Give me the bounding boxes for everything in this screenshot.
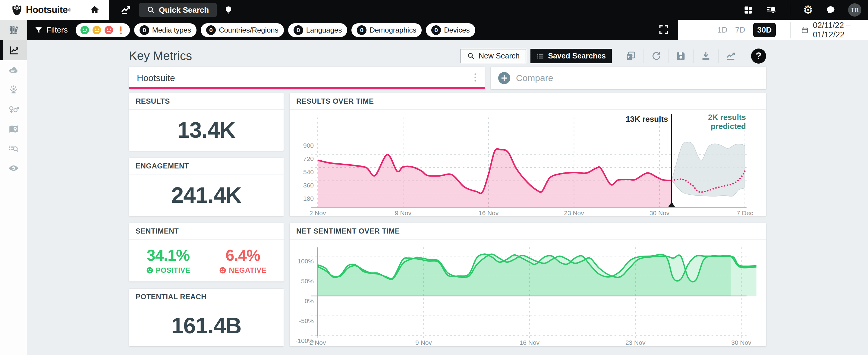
analytics-trend-icon[interactable]: [120, 4, 132, 16]
negative-face-icon: [219, 267, 226, 274]
net-sentiment-over-time-chart: 2 Nov9 Nov16 Nov23 Nov30 Nov100%50%0%-50…: [290, 239, 766, 346]
svg-text:0%: 0%: [305, 297, 314, 304]
eye-icon: [8, 164, 19, 173]
filter-pill-label: Languages: [306, 26, 342, 34]
refresh-icon[interactable]: [644, 50, 668, 63]
range-button-30d[interactable]: 30D: [753, 23, 776, 37]
quick-search-label: Quick Search: [159, 5, 209, 15]
notifications-bell-icon[interactable]: [766, 5, 777, 15]
saved-list-icon: [536, 52, 544, 60]
results-value: 13.4K: [177, 117, 235, 143]
date-range-picker[interactable]: 02/11/22 – 01/12/22: [801, 21, 860, 39]
saved-searches-button[interactable]: Saved Searches: [530, 49, 612, 63]
filter-funnel-icon: [34, 26, 43, 34]
filter-pill-demographics[interactable]: 0Demographics: [351, 23, 422, 37]
search-icon: [147, 6, 155, 14]
svg-text:9 Nov: 9 Nov: [395, 209, 411, 216]
new-search-button[interactable]: New Search: [461, 49, 526, 63]
save-icon[interactable]: [669, 50, 693, 63]
word-cloud-icon: [8, 65, 19, 76]
svg-text:9 Nov: 9 Nov: [415, 339, 432, 346]
page-title: Key Metrics: [129, 49, 192, 63]
kebab-menu-icon[interactable]: [474, 72, 477, 84]
search-tabs-row: Hootsuite Compare: [129, 67, 766, 89]
positive-sentiment-label: POSITIVE: [156, 266, 190, 275]
left-sidebar: [0, 20, 27, 355]
potential-reach-card-title: POTENTIAL REACH: [135, 293, 207, 301]
page-header: Key Metrics New Search Saved Searches: [129, 40, 766, 67]
filter-pill-media-types[interactable]: 0Media types: [134, 23, 196, 37]
range-button-1d[interactable]: 1D: [717, 25, 727, 35]
line-chart-icon: [8, 45, 19, 56]
fullscreen-icon[interactable]: [658, 24, 669, 36]
home-icon[interactable]: [90, 5, 100, 15]
range-section: 1D7D30D 02/11/22 – 01/12/22: [678, 20, 868, 40]
chat-bubble-icon[interactable]: [826, 5, 835, 15]
apps-grid-icon[interactable]: [743, 5, 753, 15]
engagement-metric-card: ENGAGEMENT 241.4K: [129, 158, 284, 216]
gender-icon: [8, 104, 19, 115]
help-button[interactable]: ?: [751, 49, 766, 64]
hootsuite-owl-logo-icon[interactable]: [11, 4, 23, 16]
search-tab-label: Hootsuite: [137, 73, 175, 83]
range-button-7d[interactable]: 7D: [735, 25, 745, 35]
quick-search-button[interactable]: Quick Search: [139, 3, 217, 17]
positive-sentiment-icon: [80, 25, 90, 35]
sidebar-item-word-cloud[interactable]: [0, 60, 27, 80]
add-to-board-icon[interactable]: [618, 50, 643, 63]
sidebar-item-collections[interactable]: [0, 20, 27, 40]
plus-circle-icon: [498, 72, 510, 85]
svg-text:30 Nov: 30 Nov: [731, 339, 751, 346]
filters-label: Filters: [46, 25, 68, 35]
negative-sentiment-label: NEGATIVE: [229, 266, 267, 275]
active-search-tab[interactable]: Hootsuite: [129, 67, 485, 89]
filter-count-badge: 0: [206, 25, 216, 35]
sidebar-item-demographics[interactable]: [0, 99, 27, 119]
compare-button[interactable]: Compare: [491, 67, 766, 89]
svg-text:900: 900: [303, 142, 314, 149]
svg-text:50%: 50%: [301, 278, 314, 285]
brand-registered-mark: ®: [68, 8, 71, 12]
metrics-grid: RESULTS 13.4K ENGAGEMENT 241.4K RESULTS …: [129, 93, 766, 216]
sentiment-grid: SENTIMENT 34.1% POSITIVE 6.4%: [129, 223, 766, 346]
svg-text:-50%: -50%: [299, 317, 314, 324]
list-search-icon: [8, 143, 19, 154]
settings-gear-icon[interactable]: ⚙: [803, 4, 813, 16]
filters-toggle[interactable]: Filters: [34, 25, 68, 35]
range-buttons: 1D7D30D: [717, 23, 776, 37]
sidebar-item-analytics[interactable]: [0, 40, 27, 60]
sidebar-item-influencers[interactable]: [0, 80, 27, 99]
filter-pill-label: Demographics: [370, 26, 416, 34]
lightbulb-icon[interactable]: [224, 5, 233, 14]
results-metric-card: RESULTS 13.4K: [129, 93, 284, 151]
svg-text:13K results: 13K results: [626, 115, 668, 124]
results-over-time-card: RESULTS OVER TIME 2 Nov9 Nov16 Nov23 Nov…: [290, 93, 766, 216]
sidebar-item-search-results[interactable]: [0, 139, 27, 158]
sidebar-item-monitoring[interactable]: [0, 158, 27, 178]
top-navigation-bar: Hootsuite® Quick Search ⚙ TR: [0, 0, 868, 20]
svg-text:2 Nov: 2 Nov: [310, 209, 326, 216]
filter-pill-languages[interactable]: 0Languages: [288, 23, 347, 37]
sentiment-metric-card: SENTIMENT 34.1% POSITIVE 6.4%: [129, 223, 284, 282]
alert-sentiment-icon: [116, 25, 126, 35]
svg-text:720: 720: [303, 155, 314, 162]
filter-pill-countries-regions[interactable]: 0Countries/Regions: [201, 23, 284, 37]
svg-text:7 Dec: 7 Dec: [737, 209, 753, 216]
chart-view-icon[interactable]: [718, 50, 743, 63]
potential-reach-metric-card: POTENTIAL REACH 161.4B: [129, 289, 284, 346]
filter-pill-label: Media types: [152, 26, 191, 34]
negative-sentiment-icon: [104, 25, 114, 35]
search-icon: [467, 52, 475, 60]
compare-label: Compare: [516, 73, 553, 83]
sidebar-item-geography[interactable]: [0, 119, 27, 139]
filter-pill-devices[interactable]: 0Devices: [426, 23, 475, 37]
results-chart-title: RESULTS OVER TIME: [296, 97, 374, 105]
filter-pill-label: Countries/Regions: [219, 26, 278, 34]
user-avatar[interactable]: TR: [848, 3, 861, 17]
topbar-divider: [789, 4, 790, 15]
svg-text:540: 540: [303, 168, 314, 175]
sentiment-filter-pill[interactable]: [76, 23, 130, 37]
download-icon[interactable]: [693, 50, 718, 63]
svg-text:360: 360: [303, 182, 314, 189]
engagement-card-title: ENGAGEMENT: [135, 162, 189, 170]
